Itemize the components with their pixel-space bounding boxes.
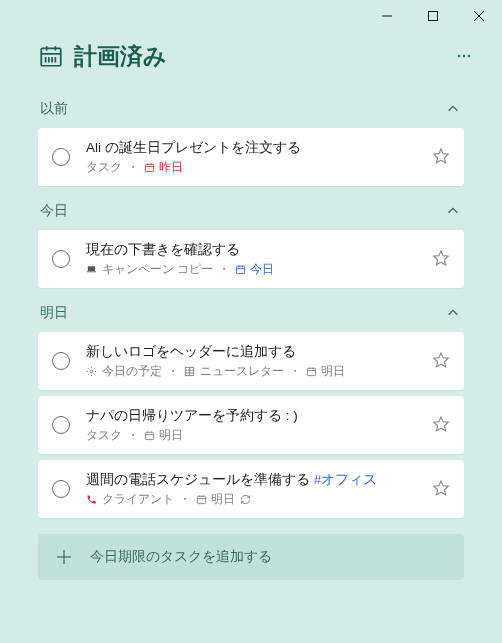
section-title: 今日	[40, 202, 68, 220]
chevron-up-icon	[446, 102, 460, 116]
svg-marker-26	[434, 251, 449, 265]
section-header[interactable]: 今日	[38, 192, 464, 230]
section-title: 以前	[40, 100, 68, 118]
add-task-bar[interactable]: 今日期限のタスクを追加する	[38, 534, 464, 580]
svg-rect-45	[145, 432, 153, 439]
svg-marker-54	[434, 481, 449, 495]
task-title: 現在の下書きを確認する	[86, 241, 422, 259]
planned-icon	[38, 43, 64, 69]
task-due: 明日	[306, 364, 345, 379]
svg-marker-19	[434, 149, 449, 163]
window-close-button[interactable]	[456, 0, 502, 32]
sun-icon	[86, 366, 97, 377]
page-title: 計画済み	[74, 41, 167, 72]
page-header: 計画済み	[0, 32, 502, 90]
task-body: 週間の電話スケジュールを準備する #オフィスクライアント・明日	[86, 471, 422, 507]
plus-icon	[56, 549, 72, 565]
task-title: Ali の誕生日プレゼントを注文する	[86, 139, 422, 157]
task-row[interactable]: 現在の下書きを確認するキャンペーン コピー・今日	[38, 230, 464, 288]
svg-rect-1	[429, 12, 438, 21]
chevron-up-icon	[446, 204, 460, 218]
svg-rect-40	[307, 368, 315, 375]
task-list-label: 今日の予定	[102, 364, 162, 379]
laptop-icon	[86, 264, 97, 275]
star-button[interactable]	[432, 479, 452, 499]
section-header[interactable]: 以前	[38, 90, 464, 128]
section-title: 明日	[40, 304, 68, 322]
svg-rect-22	[237, 266, 245, 273]
calendar-icon	[235, 264, 246, 275]
task-checkbox[interactable]	[52, 352, 70, 370]
svg-point-13	[463, 55, 466, 58]
calendar-icon	[144, 430, 155, 441]
svg-rect-50	[197, 496, 205, 503]
task-list-label: クライアント	[102, 492, 174, 507]
calendar-icon	[144, 162, 155, 173]
task-body: ナパの日帰りツアーを予約する : )タスク・明日	[86, 407, 422, 443]
task-row[interactable]: 新しいロゴをヘッダーに追加する今日の予定・ニュースレター・明日	[38, 332, 464, 390]
task-due: 今日	[235, 262, 274, 277]
svg-point-14	[468, 55, 471, 58]
svg-rect-21	[87, 271, 96, 272]
star-button[interactable]	[432, 415, 452, 435]
task-due: 明日	[196, 492, 235, 507]
task-meta: クライアント・明日	[86, 492, 422, 507]
task-checkbox[interactable]	[52, 480, 70, 498]
star-button[interactable]	[432, 351, 452, 371]
task-list-label: キャンペーン コピー	[102, 262, 213, 277]
more-options-button[interactable]	[448, 40, 480, 72]
window-titlebar	[0, 0, 502, 32]
task-due: 昨日	[144, 160, 183, 175]
task-meta: タスク・明日	[86, 428, 422, 443]
add-task-placeholder: 今日期限のタスクを追加する	[90, 548, 272, 566]
svg-rect-15	[145, 164, 153, 171]
star-button[interactable]	[432, 147, 452, 167]
task-checkbox[interactable]	[52, 416, 70, 434]
svg-line-32	[88, 368, 89, 369]
task-meta: タスク・昨日	[86, 160, 422, 175]
task-meta: 今日の予定・ニュースレター・明日	[86, 364, 422, 379]
task-due: 明日	[144, 428, 183, 443]
task-row[interactable]: ナパの日帰りツアーを予約する : )タスク・明日	[38, 396, 464, 454]
svg-rect-4	[41, 48, 61, 65]
section-header[interactable]: 明日	[38, 294, 464, 332]
svg-rect-20	[88, 266, 95, 271]
repeat-icon	[240, 494, 251, 505]
star-button[interactable]	[432, 249, 452, 269]
task-title: 新しいロゴをヘッダーに追加する	[86, 343, 422, 361]
window-maximize-button[interactable]	[410, 0, 456, 32]
task-title: ナパの日帰りツアーを予約する : )	[86, 407, 422, 425]
phone-red-icon	[86, 494, 97, 505]
window-minimize-button[interactable]	[364, 0, 410, 32]
task-meta: キャンペーン コピー・今日	[86, 262, 422, 277]
svg-point-27	[90, 370, 93, 373]
task-mid-label: ニュースレター	[200, 364, 284, 379]
svg-point-12	[458, 55, 461, 58]
task-row[interactable]: 週間の電話スケジュールを準備する #オフィスクライアント・明日	[38, 460, 464, 518]
chevron-up-icon	[446, 306, 460, 320]
task-body: 新しいロゴをヘッダーに追加する今日の予定・ニュースレター・明日	[86, 343, 422, 379]
task-body: 現在の下書きを確認するキャンペーン コピー・今日	[86, 241, 422, 277]
task-row[interactable]: Ali の誕生日プレゼントを注文するタスク・昨日	[38, 128, 464, 186]
task-tag[interactable]: #オフィス	[314, 472, 378, 487]
task-list-label: タスク	[86, 160, 122, 175]
task-checkbox[interactable]	[52, 148, 70, 166]
task-checkbox[interactable]	[52, 250, 70, 268]
svg-line-33	[94, 374, 95, 375]
task-body: Ali の誕生日プレゼントを注文するタスク・昨日	[86, 139, 422, 175]
svg-line-35	[94, 368, 95, 369]
svg-line-34	[88, 374, 89, 375]
svg-marker-49	[434, 417, 449, 431]
calendar-icon	[306, 366, 317, 377]
task-title: 週間の電話スケジュールを準備する #オフィス	[86, 471, 422, 489]
grid-icon	[184, 366, 195, 377]
task-list-label: タスク	[86, 428, 122, 443]
svg-marker-44	[434, 353, 449, 367]
calendar-icon	[196, 494, 207, 505]
